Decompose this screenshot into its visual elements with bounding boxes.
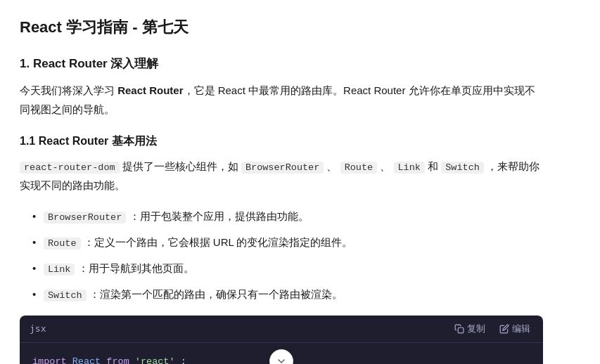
svg-rect-0	[458, 327, 464, 333]
code-lang-label: jsx	[30, 321, 46, 337]
page-title: React 学习指南 - 第七天	[20, 14, 543, 40]
browserrouter-code: BrowserRouter	[44, 212, 126, 223]
section-1-1-title: 1.1 React Router 基本用法	[20, 131, 543, 150]
package-desc-mid: 提供了一些核心组件，如	[122, 160, 241, 172]
list-item-switch: Switch ：渲染第一个匹配的路由，确保只有一个路由被渲染。	[32, 285, 543, 304]
edit-icon	[499, 324, 509, 334]
list-item-route: Route ：定义一个路由，它会根据 URL 的变化渲染指定的组件。	[32, 233, 543, 252]
separator-3: 和	[428, 160, 441, 172]
list-item-browserrouter: BrowserRouter ：用于包装整个应用，提供路由功能。	[32, 207, 543, 226]
intro-pre-text: 今天我们将深入学习	[20, 84, 117, 96]
package-name-code: react-router-dom	[20, 162, 120, 174]
code-semicolon: ;	[181, 356, 186, 364]
switch-code: Switch	[44, 290, 87, 301]
route-desc: ：定义一个路由，它会根据 URL 的变化渲染指定的组件。	[84, 236, 353, 248]
link-code-inline: Link	[394, 162, 425, 174]
edit-label: 编辑	[512, 323, 530, 335]
separator-1: 、	[326, 160, 337, 172]
react-router-bold: React Router	[117, 84, 183, 96]
code-block-header: jsx 复制 编辑	[20, 316, 543, 343]
browser-router-code: BrowserRouter	[241, 162, 324, 174]
separator-2: 、	[380, 160, 390, 172]
link-desc: ：用于导航到其他页面。	[78, 262, 194, 274]
code-block: jsx 复制 编辑 import	[20, 316, 543, 364]
package-description: react-router-dom 提供了一些核心组件，如 BrowserRout…	[20, 157, 543, 195]
copy-label: 复制	[467, 323, 485, 335]
keyword-from: from	[106, 356, 129, 364]
code-react: React	[72, 356, 101, 364]
copy-icon	[454, 324, 464, 334]
edit-button[interactable]: 编辑	[497, 321, 533, 337]
route-code: Route	[44, 238, 81, 249]
switch-code-inline: Switch	[441, 162, 484, 174]
keyword-import: import	[32, 356, 67, 364]
link-code: Link	[44, 264, 75, 275]
browserrouter-desc: ：用于包装整个应用，提供路由功能。	[129, 210, 309, 222]
switch-desc: ：渲染第一个匹配的路由，确保只有一个路由被渲染。	[89, 288, 343, 300]
section-1-title: 1. React Router 深入理解	[20, 54, 543, 74]
route-code-inline: Route	[340, 162, 378, 174]
code-string-react: 'react'	[135, 356, 175, 364]
list-item-link: Link ：用于导航到其他页面。	[32, 259, 543, 278]
copy-button[interactable]: 复制	[452, 321, 488, 337]
chevron-down-icon	[276, 356, 287, 364]
intro-paragraph: 今天我们将深入学习 React Router，它是 React 中最常用的路由库…	[20, 82, 543, 119]
code-actions-group: 复制 编辑	[452, 321, 533, 337]
features-list: BrowserRouter ：用于包装整个应用，提供路由功能。 Route ：定…	[20, 207, 543, 304]
